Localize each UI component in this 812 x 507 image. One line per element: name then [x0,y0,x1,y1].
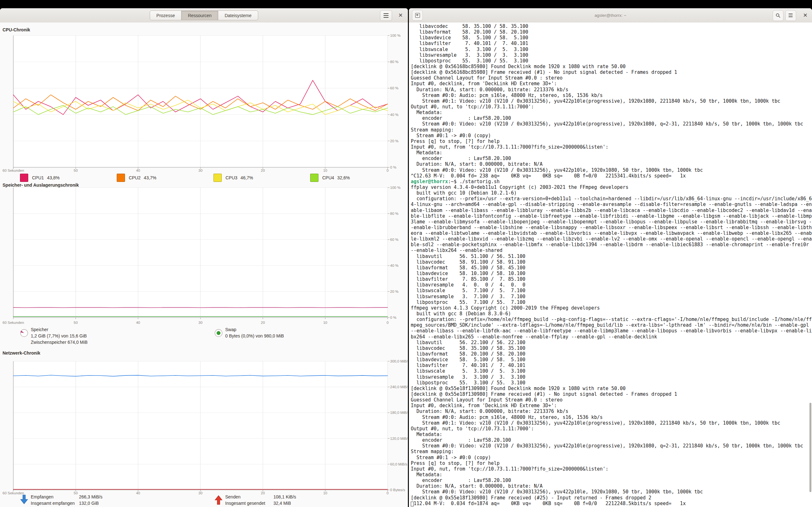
x-tick-label: 10 [323,169,327,172]
search-icon [775,13,780,18]
y-tick-label: 20 % [390,290,398,293]
terminal-line: configuration: --prefix=/usr --extra-ver… [411,196,812,202]
y-tick-label: 100 % [390,34,401,38]
terminal-menu-button[interactable] [785,10,796,21]
terminal-line: libavutil 56. 51.100 / 56. 51.100 [411,253,812,259]
swap-label: Swap [225,326,284,333]
terminal-window: agsler@thorrx: ~ ✕ libavcodec 58. 35.100… [409,8,812,507]
receive-rate: 266,3 MiB/s [79,494,102,500]
y-tick-label: 80 % [390,60,398,64]
terminal-line: ble-libflite --enable-libfontconfig --en… [411,213,812,219]
close-button[interactable]: ✕ [398,13,403,18]
x-tick-label: 50 [73,321,78,325]
download-arrow-icon [20,494,28,506]
desktop: Prozesse Ressourcen Dateisysteme ✕ CPU-C… [0,0,812,507]
terminal-line: Press [q] to stop, [?] for help [411,460,812,466]
terminal-output[interactable]: libavcodec 58. 35.100 / 58. 35.100 libav… [409,22,812,507]
terminal-line: 112.04 M-V: 0.034 fd=1874 aq= 0KB vq= 0K… [411,501,812,506]
y-tick-label: 60,0 MiB/s [390,462,407,466]
search-button[interactable] [773,10,783,21]
terminal-line: Output #0, nut, to 'tcp://10.73.1.11:700… [411,104,812,110]
x-tick-label: 60 Sekunden [3,321,24,325]
network-history-chart [13,361,388,490]
cpu-section-title: CPU-Chronik [3,27,30,32]
tab-prozesse[interactable]: Prozesse [150,10,182,20]
terminal-line: ffmpeg version 4.1.3 Copyright (c) 2000-… [411,305,812,311]
cpu-history-chart [13,36,388,167]
cpu3-label: CPU3 [225,175,237,180]
terminal-line: Metadata: [411,472,812,477]
cpu1-swatch [20,174,28,182]
terminal-line: libavfilter 7. 40.101 / 7. 40.101 [411,362,812,368]
terminal-line: built with gcc 8 (Debian 8.3.0-6) [411,311,812,317]
terminal-line: [decklink @ 0x56168bc85980] Found Deckli… [411,64,812,69]
menu-button[interactable] [380,10,392,21]
terminal-line: Stream #0:0: Audio: pcm_s16le, 48000 Hz,… [411,414,812,420]
cpu1-legend-item: CPU1 43,8% [20,174,117,182]
cpu4-label: CPU4 [322,175,334,180]
x-tick-label: 10 [323,321,327,325]
terminal-title: agsler@thorrx: ~ [595,8,626,22]
terminal-line: eora --enable-libtwolame --enable-libvid… [411,230,812,236]
y-tick-label: 0 % [390,316,397,320]
cpu-x-axis: 60 Sekunden50403020100 [13,169,388,173]
terminal-line: Stream #0:0: Video: v210 (V210 / 0x30313… [411,167,812,173]
terminal-line: Duration: N/A, start: 0.000000, bitrate:… [411,408,812,414]
terminal-line: libpostproc 55. 7.100 / 55. 7.100 [411,299,812,305]
upload-arrow-icon [214,494,223,506]
terminal-close-button[interactable]: ✕ [803,13,808,18]
terminal-line: libavcodec 58. 91.100 / 58. 91.100 [411,259,812,265]
y-tick-label: 80 % [390,212,398,216]
tab-dateisysteme[interactable]: Dateisysteme [218,10,258,20]
terminal-line: Input #0, nut, from 'tcp://10.73.1.11:70… [411,466,812,472]
memory-legend-item: Speicher 1,2 GiB (7,7%) von 15,6 GiB Zwi… [20,326,214,345]
terminal-scrollbar[interactable] [809,403,811,492]
memory-cache: Zwischenspeicher 674,0 MiB [31,339,88,345]
terminal-line: 3lame --enable-libmysofa --enable-libope… [411,219,812,225]
terminal-line: libavfilter 7. 40.101 / 7. 40.101 [411,41,812,46]
y-tick-label: 240,0 MiB/s [390,385,408,389]
system-monitor-window: Prozesse Ressourcen Dateisysteme ✕ CPU-C… [0,8,408,507]
terminal-line: libpostproc 55. 3.100 / 55. 3.100 [411,380,812,386]
cpu2-swatch [117,174,125,182]
cpu3-value: 46,7% [241,175,253,180]
shell-prompt: agsler@thorrx [411,179,448,184]
memory-usage: 1,2 GiB (7,7%) von 15,6 GiB [31,333,88,339]
terminal-line: libavdevice 58. 10.100 / 58. 10.100 [411,271,812,276]
terminal-line: Metadata: [411,150,812,156]
terminal-line: encoder : Lavf58.20.100 [411,477,812,483]
y-tick-label: 120,0 MiB/s [390,437,408,441]
new-tab-button[interactable] [412,10,423,20]
send-total-label: Insgesamt gesendet [225,500,273,506]
terminal-line: Stream #0:1: Video: v210 (V210 / 0x30313… [411,420,812,426]
terminal-line: Stream mapping: [411,449,812,454]
send-rate: 108,1 KiB/s [273,494,296,500]
resources-view: CPU-Chronik 100 %80 %60 %40 %20 %0 % 60 … [0,22,408,507]
terminal-line: libavformat 58. 20.100 / 58. 20.100 [411,29,812,35]
terminal-line: 4-linux-gnu --arch=amd64 --enable-gpl --… [411,202,812,207]
new-tab-icon [415,13,420,18]
terminal-line: bx264 --enable-libx265 --enable-nonfree … [411,334,812,340]
hamburger-icon [384,13,389,18]
memory-pie-icon [20,329,28,338]
y-tick-label: 180,0 MiB/s [390,411,408,414]
terminal-line: -enable-librubberband --enable-libshine … [411,225,812,230]
terminal-line: libavutil 56. 22.100 / 56. 22.100 [411,340,812,345]
terminal-line: [decklink @ 0x55e18f130980] Frame receiv… [411,495,812,501]
terminal-line: libswscale 5. 3.100 / 5. 3.100 [411,368,812,374]
receive-total-label: Insgesamt empfangen [31,500,79,506]
y-tick-label: 40 % [390,264,398,268]
cpu2-label: CPU2 [129,175,141,180]
cpu4-swatch [310,174,318,182]
tab-ressourcen[interactable]: Ressourcen [182,10,218,20]
terminal-line: Duration: N/A, start: 0.000000, bitrate:… [411,87,812,93]
terminal-line: --enable-libass --enable-libfdk-aac --en… [411,328,812,334]
system-monitor-headerbar: Prozesse Ressourcen Dateisysteme ✕ [0,8,408,23]
terminal-line: mpeg_sources/BMD_SDK/include' --extra-ld… [411,322,812,328]
y-tick-label: 60 % [390,86,398,90]
terminal-line: Stream #0:0: Audio: pcm_s16le, 48000 Hz,… [411,93,812,98]
terminal-line: Output #0, nut, to 'tcp://10.73.1.11:700… [411,426,812,432]
terminal-line: libswscale 5. 3.100 / 5. 3.100 [411,47,812,52]
terminal-line: encoder : Lavf58.20.100 [411,437,812,443]
y-tick-label: 60 % [390,238,398,241]
